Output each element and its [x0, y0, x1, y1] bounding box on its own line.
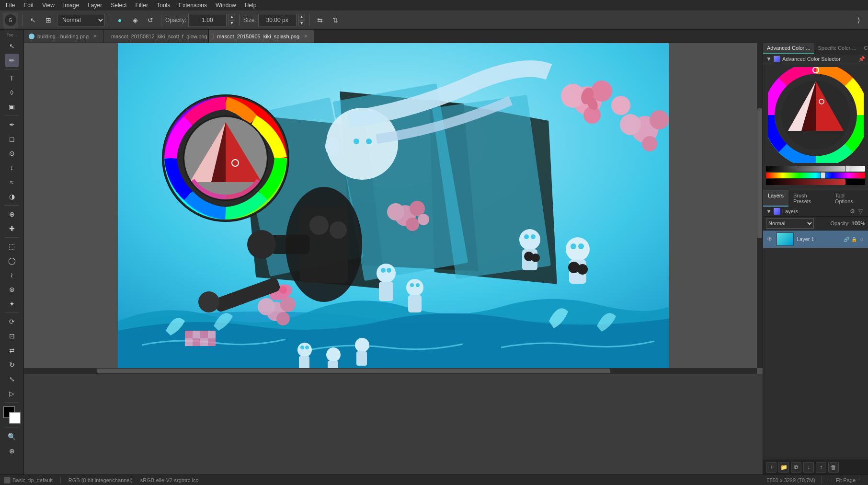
layer-chain-icon[interactable]: 🔗 [843, 236, 850, 242]
duplicate-layer-btn[interactable]: ⧉ [791, 462, 801, 473]
tab-building[interactable]: building - building.png ✕ [24, 30, 103, 43]
menu-view[interactable]: View [38, 1, 58, 10]
tab-mascot-splash-close[interactable]: ✕ [302, 33, 309, 39]
gradient-fill-tool[interactable]: ▣ [5, 100, 19, 114]
scrollbar-v-thumb[interactable] [757, 108, 762, 238]
spray-tool[interactable]: ⊙ [5, 147, 19, 160]
canvas-scrollbar-h[interactable] [24, 368, 757, 374]
scale-tool[interactable]: ⤡ [5, 372, 19, 386]
zoom-draw-tool[interactable]: ⊕ [5, 444, 19, 458]
scrollbar-h-thumb[interactable] [97, 369, 610, 373]
tool-grid[interactable]: ⊞ [42, 13, 55, 27]
brush-dynamics-icon[interactable]: ◈ [128, 13, 142, 27]
new-group-btn[interactable]: 📁 [778, 462, 789, 473]
black-slider[interactable] [766, 166, 865, 172]
select-free-tool[interactable]: ≀ [5, 268, 19, 282]
color-selector-collapse[interactable]: ▼ [766, 56, 772, 62]
black-slider-thumb[interactable] [845, 165, 850, 172]
rotate-draw-tool[interactable]: ↻ [5, 358, 19, 371]
expand-icon[interactable]: ⟩ [852, 13, 865, 27]
brush-type-icon[interactable]: ● [113, 13, 126, 27]
zoom-in-icon[interactable]: + [857, 477, 864, 484]
tab-mascot-glow[interactable]: mascot_20150812_kiki_scott_f_glow.png ✕ [103, 30, 209, 43]
path-tool[interactable]: ✦ [5, 297, 19, 311]
heal-draw-tool[interactable]: ✚ [5, 222, 19, 235]
status-right: 5550 x 3299 (70.7M) − Fit Page + [767, 477, 864, 484]
paint-tool[interactable]: ✏ [5, 54, 19, 67]
blend-mode-select[interactable]: Normal Multiply Screen Overlay [57, 14, 105, 26]
dodge-draw-tool[interactable]: ◑ [5, 190, 19, 203]
menu-window[interactable]: Window [212, 1, 240, 10]
layers-settings-icon[interactable]: ⚙ [850, 208, 857, 215]
background-color[interactable] [9, 412, 21, 424]
layer-alpha-icon[interactable]: α [858, 236, 865, 242]
hue-slider[interactable] [766, 173, 865, 178]
color-wheel-popup[interactable] [161, 93, 290, 223]
menu-image[interactable]: Image [59, 1, 83, 10]
shear-tool[interactable]: ▷ [5, 387, 19, 400]
tool-pointer[interactable]: ↖ [26, 13, 40, 27]
menu-help[interactable]: Help [241, 1, 261, 10]
menu-select[interactable]: Select [107, 1, 130, 10]
new-layer-btn[interactable]: + [766, 462, 777, 473]
layer-visibility-icon[interactable]: 👁 [766, 235, 774, 243]
eyedropper-tool[interactable]: 🔍 [5, 430, 19, 443]
smudge-draw-tool[interactable]: ≈ [5, 175, 19, 189]
hue-slider-thumb[interactable] [821, 172, 825, 179]
status-zoom: Fit Page [836, 477, 856, 483]
opacity-input[interactable] [188, 14, 227, 26]
zoom-out-icon[interactable]: − [827, 477, 834, 484]
brush-reset-icon[interactable]: ↺ [144, 13, 157, 27]
opacity-up[interactable]: ▲ [228, 14, 235, 20]
layer-item-1[interactable]: 👁 Layer 1 🔗 🔒 α [763, 231, 868, 248]
move-layer-down-btn[interactable]: ↓ [803, 462, 814, 473]
opacity-down[interactable]: ▼ [228, 20, 235, 26]
canvas-area[interactable] [24, 43, 763, 374]
menu-filter[interactable]: Filter [132, 1, 152, 10]
size-down[interactable]: ▼ [298, 20, 305, 26]
tab-building-close[interactable]: ✕ [91, 33, 98, 39]
select-fuzzy-tool[interactable]: ⊛ [5, 283, 19, 296]
canvas-scrollbar-v[interactable] [757, 43, 763, 368]
brush-presets-tab[interactable]: Brush Presets [788, 190, 830, 207]
menu-extensions[interactable]: Extensions [175, 1, 211, 10]
rp-tab-colo[interactable]: Colo... [860, 43, 868, 54]
select-rect-tool[interactable]: ⬚ [5, 240, 19, 253]
eraser-draw-tool[interactable]: ◻ [5, 132, 19, 146]
rp-tab-adv-color[interactable]: Advanced Color ... [763, 43, 814, 54]
svg-rect-71 [185, 331, 193, 338]
layers-filter-icon[interactable]: ▽ [858, 208, 865, 215]
color-selector-pin[interactable]: 📌 [858, 56, 865, 62]
clone-draw-tool[interactable]: ⊕ [5, 208, 19, 221]
pencil-draw-tool[interactable]: ✒ [5, 118, 19, 131]
menu-edit[interactable]: Edit [20, 1, 37, 10]
layer-lock-icon[interactable]: 🔒 [851, 236, 857, 242]
move-layer-up-btn[interactable]: ↑ [816, 462, 826, 473]
menu-layer[interactable]: Layer [84, 1, 106, 10]
fill-tool[interactable]: ◊ [5, 86, 19, 99]
ink-tool[interactable]: ↕ [5, 161, 19, 174]
delete-layer-btn[interactable]: 🗑 [828, 462, 839, 473]
tool-options-tab[interactable]: Tool Options [830, 190, 868, 207]
transform-draw-tool[interactable]: ⟳ [5, 315, 19, 328]
flip-vertical-icon[interactable]: ⇅ [329, 13, 342, 27]
cursor-tool[interactable]: ↖ [5, 39, 19, 53]
svg-point-29 [406, 218, 419, 231]
menu-tools[interactable]: Tools [153, 1, 174, 10]
flip-draw-tool[interactable]: ⇄ [5, 344, 19, 357]
toolbox-sep-5 [5, 312, 19, 313]
adv-color-wheel[interactable] [768, 67, 864, 163]
tab-mascot-splash[interactable]: mascot_20150905_kiki_splash.png ✕ [209, 30, 314, 43]
text-tool[interactable]: T [5, 71, 19, 85]
select-ellipse-tool[interactable]: ◯ [5, 254, 19, 267]
rp-tab-specific-color[interactable]: Specific Color ... [814, 43, 860, 54]
layers-tab[interactable]: Layers [763, 190, 788, 207]
crop-draw-tool[interactable]: ⊡ [5, 329, 19, 343]
flip-horizontal-icon[interactable]: ⇆ [313, 13, 327, 27]
menu-file[interactable]: File [2, 1, 19, 10]
size-up[interactable]: ▲ [298, 14, 305, 20]
svg-point-56 [531, 254, 540, 262]
layers-collapse-btn[interactable]: ▼ [766, 208, 772, 215]
size-input[interactable] [258, 14, 297, 26]
layers-blend-select[interactable]: Normal Multiply Screen [766, 218, 814, 229]
